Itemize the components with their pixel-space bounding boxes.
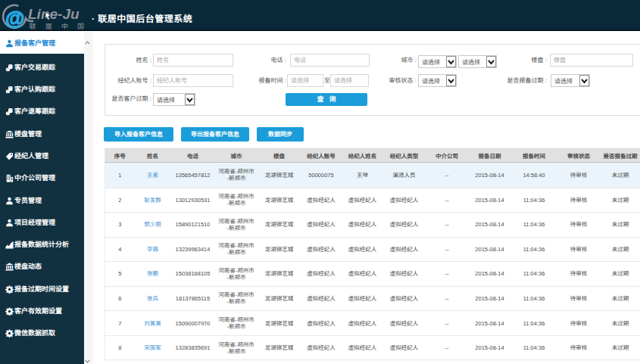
svg-text:Line-Ju: Line-Ju	[28, 6, 80, 22]
svg-text:@: @	[5, 7, 24, 30]
svg-text:联居中国: 联居中国	[30, 21, 90, 31]
